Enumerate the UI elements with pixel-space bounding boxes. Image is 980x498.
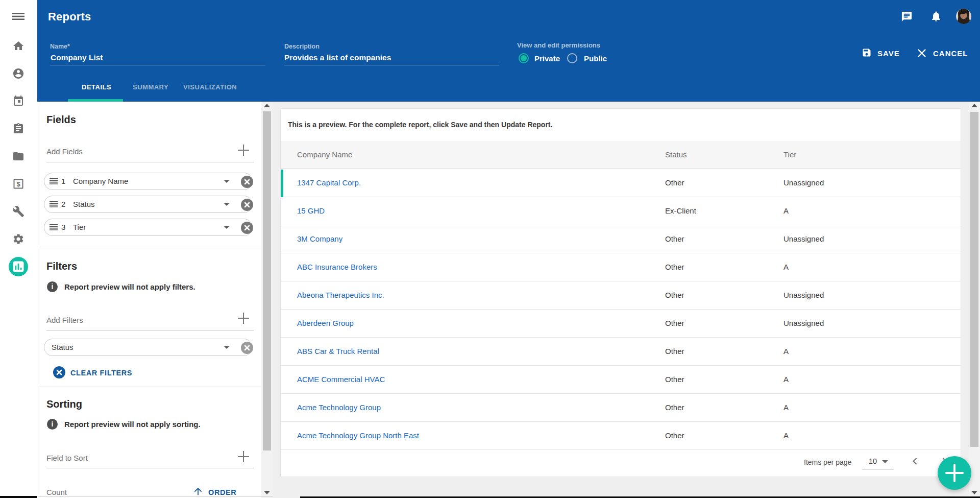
- svg-text:$: $: [16, 180, 20, 188]
